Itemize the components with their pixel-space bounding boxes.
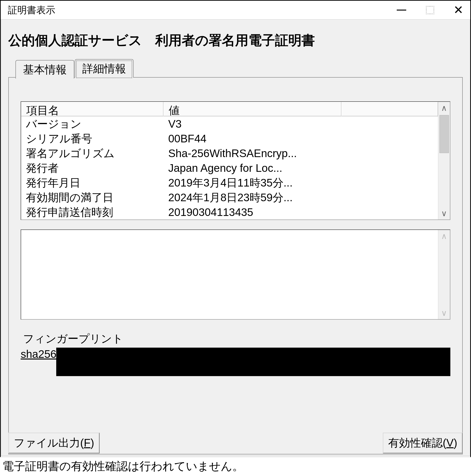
listview-header: 項目名 値	[21, 102, 438, 117]
listview-content: 項目名 値 バージョンV3 シリアル番号00BF44 署名アルゴリズムSha-2…	[21, 102, 438, 220]
scroll-up-icon[interactable]: ∧	[441, 102, 447, 114]
close-button[interactable]: ✕	[451, 3, 466, 17]
column-header-blank	[341, 102, 438, 116]
page-title: 公的個人認証サービス 利用者の署名用電子証明書	[8, 24, 463, 59]
maximize-button[interactable]	[423, 3, 437, 17]
fingerprint-section: フィンガープリント sha256	[21, 331, 450, 376]
fingerprint-value-redacted	[56, 348, 450, 376]
file-output-button[interactable]: ファイル出力(F)	[8, 433, 100, 454]
details-listview[interactable]: 項目名 値 バージョンV3 シリアル番号00BF44 署名アルゴリズムSha-2…	[21, 101, 450, 220]
fingerprint-label: フィンガープリント	[21, 331, 450, 346]
list-item[interactable]: バージョンV3	[21, 117, 438, 131]
tab-detail[interactable]: 詳細情報	[75, 59, 134, 78]
tab-panel-detail: 項目名 値 バージョンV3 シリアル番号00BF44 署名アルゴリズムSha-2…	[8, 77, 463, 454]
validity-check-button[interactable]: 有効性確認(V)	[383, 433, 463, 454]
column-header-value[interactable]: 値	[164, 102, 341, 116]
window-title: 証明書表示	[8, 3, 394, 17]
listview-scrollbar[interactable]: ∧ ∨	[438, 102, 450, 220]
list-item[interactable]: 発行年月日2019年3月4日11時35分...	[21, 175, 438, 190]
scroll-thumb[interactable]	[439, 115, 449, 153]
list-item[interactable]: 発行者Japan Agency for Loc...	[21, 161, 438, 175]
column-header-name[interactable]: 項目名	[21, 102, 164, 116]
fingerprint-hash-label: sha256	[21, 348, 56, 376]
list-item[interactable]: 署名アルゴリズムSha-256WithRSAEncryp...	[21, 146, 438, 161]
minimize-button[interactable]	[394, 3, 409, 17]
scroll-up-icon[interactable]: ∧	[441, 230, 447, 242]
list-item[interactable]: 発行申請送信時刻20190304113435	[21, 205, 438, 220]
tabstrip: 基本情報 詳細情報	[16, 59, 463, 78]
fingerprint-row: sha256	[21, 348, 450, 376]
textarea-scrollbar[interactable]: ∧ ∨	[438, 230, 450, 319]
statusbar: 電子証明書の有効性確認は行われていません。	[0, 457, 471, 476]
scroll-down-icon[interactable]: ∨	[441, 207, 447, 220]
scroll-down-icon[interactable]: ∨	[441, 307, 447, 319]
window-body: 公的個人認証サービス 利用者の署名用電子証明書 基本情報 詳細情報 項目名 値 …	[1, 20, 470, 456]
window-controls: ✕	[394, 3, 466, 17]
list-item[interactable]: 有効期間の満了日2024年1月8日23時59分...	[21, 190, 438, 205]
button-row: ファイル出力(F) 有効性確認(V)	[8, 433, 463, 454]
titlebar: 証明書表示 ✕	[1, 1, 470, 20]
list-item[interactable]: シリアル番号00BF44	[21, 131, 438, 146]
tab-basic[interactable]: 基本情報	[16, 60, 74, 79]
detail-value-textarea[interactable]: ∧ ∨	[21, 229, 450, 320]
